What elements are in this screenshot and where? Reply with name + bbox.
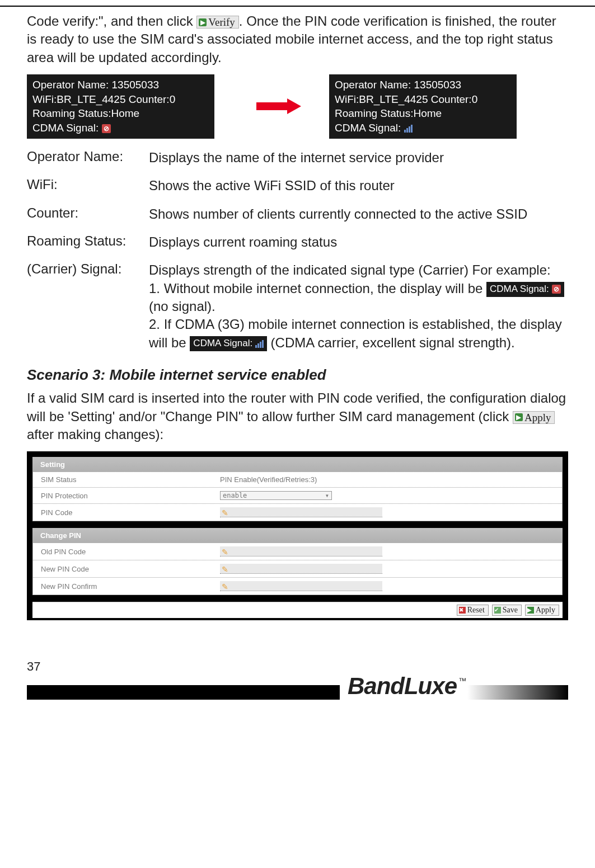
signal-error-icon: ⊘	[102, 124, 111, 133]
save-button-label: Save	[503, 606, 518, 615]
play-icon: ▶	[199, 18, 207, 26]
sim-status-row: SIM Status PIN Enable(Verified/Retries:3…	[33, 472, 562, 488]
pin-code-label: PIN Code	[41, 508, 220, 517]
status-roaming: Roaming Status:Home	[335, 106, 511, 121]
new-pin-confirm-input[interactable]: ✎	[220, 581, 382, 591]
status-wifi: WiFi:BR_LTE_4425 Counter:0	[32, 92, 209, 107]
brand-name: BandLuxe	[348, 673, 457, 699]
apply-button-label: Apply	[524, 412, 551, 423]
save-icon: ✔	[494, 607, 501, 614]
arrow-block	[237, 98, 307, 114]
play-icon: ▶	[515, 413, 523, 421]
def-row: Counter: Shows number of clients current…	[27, 205, 568, 223]
def-signal-line3b: (CDMA carrier, excellent signal strength…	[271, 335, 515, 350]
intro-paragraph: Code verify:", and then click ▶ Verify .…	[27, 12, 568, 67]
page-number: 37	[27, 659, 40, 674]
trademark-symbol: ™	[458, 676, 466, 685]
brand-logo: BandLuxe™	[340, 673, 467, 700]
scenario3-text-a: If a valid SIM card is inserted into the…	[27, 390, 566, 423]
config-button-bar: ✖ Reset ✔ Save ▶ Apply	[32, 602, 563, 618]
def-signal-line2a: 1. Without mobile internet connection, t…	[149, 281, 486, 296]
status-box-before: Operator Name: 13505033 WiFi:BR_LTE_4425…	[27, 74, 214, 139]
def-desc: Displays current roaming status	[149, 233, 568, 251]
def-term: Operator Name:	[27, 149, 149, 164]
status-signal-label: CDMA Signal:	[32, 122, 99, 134]
status-wifi: WiFi:BR_LTE_4425 Counter:0	[335, 92, 511, 107]
chevron-down-icon: ▾	[325, 492, 329, 499]
def-signal-line1: Displays strength of the indicated signa…	[149, 262, 551, 277]
status-signal-label: CDMA Signal:	[335, 122, 401, 134]
new-pin-input[interactable]: ✎	[220, 564, 382, 574]
signal-error-icon: ⊘	[552, 285, 561, 294]
apply-button[interactable]: ▶ Apply	[525, 605, 559, 616]
def-desc-signal: Displays strength of the indicated signa…	[149, 261, 568, 352]
old-pin-row: Old PIN Code ✎	[33, 543, 562, 560]
change-pin-panel: Change PIN Old PIN Code ✎ New PIN Code ✎	[32, 528, 563, 595]
sim-status-value: PIN Enable(Verified/Retries:3)	[220, 475, 554, 484]
scenario3-text-b: after making changes):	[27, 427, 163, 442]
pin-protection-row: PIN Protection enable ▾	[33, 488, 562, 504]
def-row-signal: (Carrier) Signal: Displays strength of t…	[27, 261, 568, 352]
reset-button-label: Reset	[467, 606, 485, 615]
new-pin-label: New PIN Code	[41, 565, 220, 573]
pin-protection-select[interactable]: enable ▾	[220, 491, 332, 500]
scenario3-paragraph: If a valid SIM card is inserted into the…	[27, 389, 568, 444]
signal-bars-icon	[255, 340, 264, 348]
pencil-icon: ✎	[222, 565, 229, 573]
inline-signal-full: CDMA Signal:	[190, 336, 267, 351]
setting-panel-title: Setting	[32, 457, 563, 472]
pin-protection-value: enable	[223, 492, 247, 499]
config-screenshot: Setting SIM Status PIN Enable(Verified/R…	[27, 451, 568, 620]
pin-code-input[interactable]: ✎	[220, 507, 382, 517]
pin-code-row: PIN Code ✎	[33, 504, 562, 521]
reset-button[interactable]: ✖ Reset	[457, 605, 489, 616]
def-desc: Shows the active WiFi SSID of this route…	[149, 177, 568, 195]
play-icon: ▶	[527, 607, 534, 614]
def-term: Roaming Status:	[27, 233, 149, 249]
reset-icon: ✖	[459, 607, 466, 614]
old-pin-input[interactable]: ✎	[220, 546, 382, 556]
pencil-icon: ✎	[222, 548, 229, 555]
status-operator: Operator Name: 13505033	[32, 78, 209, 92]
verify-button-inline[interactable]: ▶ Verify	[196, 16, 238, 29]
inline-signal-error: CDMA Signal: ⊘	[486, 282, 564, 297]
inline-signal-label: CDMA Signal:	[193, 337, 252, 350]
inline-signal-label: CDMA Signal:	[490, 283, 549, 296]
sim-status-label: SIM Status	[41, 475, 220, 484]
intro-text-1: Code verify:", and then click	[27, 13, 196, 29]
definitions-table: Operator Name: Displays the name of the …	[27, 149, 568, 352]
apply-button-inline[interactable]: ▶ Apply	[513, 411, 555, 424]
page-footer: 37 BandLuxe™	[27, 659, 568, 704]
def-term: Counter:	[27, 205, 149, 221]
def-signal-line2b: (no signal).	[149, 299, 215, 314]
signal-bars-icon	[404, 125, 413, 133]
old-pin-label: Old PIN Code	[41, 548, 220, 556]
pencil-icon: ✎	[222, 508, 229, 516]
new-pin-confirm-label: New PIN Confirm	[41, 582, 220, 591]
new-pin-confirm-row: New PIN Confirm ✎	[33, 578, 562, 595]
new-pin-row: New PIN Code ✎	[33, 560, 562, 578]
scenario3-heading: Scenario 3: Mobile internet service enab…	[27, 366, 568, 384]
status-signal-row: CDMA Signal: ⊘	[32, 121, 209, 135]
def-row: Roaming Status: Displays current roaming…	[27, 233, 568, 251]
setting-panel: Setting SIM Status PIN Enable(Verified/R…	[32, 457, 563, 521]
change-pin-panel-title: Change PIN	[32, 528, 563, 543]
def-term: WiFi:	[27, 177, 149, 192]
save-button[interactable]: ✔ Save	[492, 605, 522, 616]
status-transition-row: Operator Name: 13505033 WiFi:BR_LTE_4425…	[27, 74, 568, 139]
def-desc: Displays the name of the internet servic…	[149, 149, 568, 167]
def-desc: Shows number of clients currently connec…	[149, 205, 568, 223]
status-signal-row: CDMA Signal:	[335, 121, 511, 135]
def-row: WiFi: Shows the active WiFi SSID of this…	[27, 177, 568, 195]
apply-button-label: Apply	[536, 606, 555, 615]
status-roaming: Roaming Status:Home	[32, 106, 209, 121]
def-row: Operator Name: Displays the name of the …	[27, 149, 568, 167]
def-term: (Carrier) Signal:	[27, 261, 149, 277]
arrow-icon	[256, 98, 307, 114]
pencil-icon: ✎	[222, 582, 229, 590]
status-operator: Operator Name: 13505033	[335, 78, 511, 92]
pin-protection-label: PIN Protection	[41, 492, 220, 500]
verify-button-label: Verify	[208, 17, 235, 27]
brand-bar: BandLuxe™	[27, 677, 568, 700]
status-box-after: Operator Name: 13505033 WiFi:BR_LTE_4425…	[329, 74, 517, 139]
